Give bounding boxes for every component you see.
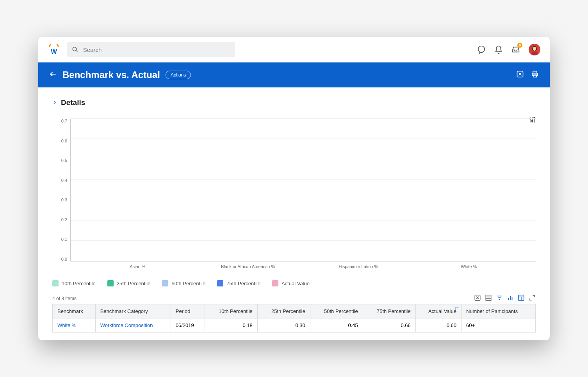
legend-swatch — [162, 280, 168, 286]
table-cell[interactable]: White % — [53, 318, 96, 333]
svg-point-5 — [533, 47, 536, 51]
topbar: W 0 — [38, 37, 550, 62]
table-cell: 0.30 — [257, 318, 310, 333]
table-expand-icon[interactable] — [529, 294, 536, 302]
y-tick-label: 0.3 — [52, 197, 67, 202]
table-cell: 60+ — [461, 318, 535, 333]
avatar[interactable] — [529, 44, 540, 55]
chart-category-label: Black or African American % — [221, 264, 275, 269]
page-title: Benchmark vs. Actual — [62, 69, 160, 80]
chart-y-axis: 0.00.10.20.30.40.50.60.7 — [52, 119, 70, 271]
table-grid-icon[interactable] — [485, 294, 492, 302]
table-filter-icon[interactable] — [496, 294, 503, 302]
chart-category-label: Hispanic or Latino % — [339, 264, 378, 269]
legend-item[interactable]: 10th Percentile — [52, 280, 96, 286]
inbox-badge: 0 — [517, 43, 522, 48]
legend-label: 75th Percentile — [226, 281, 260, 286]
y-tick-label: 0.6 — [52, 139, 67, 143]
chevron-right-icon — [52, 99, 57, 106]
chart-legend: 10th Percentile25th Percentile50th Perce… — [52, 276, 536, 293]
bell-icon[interactable] — [494, 45, 503, 54]
export-excel-icon[interactable] — [516, 70, 524, 80]
svg-rect-19 — [486, 295, 491, 301]
content-area: Details 0.00.10.20.30.40.50.60.7 Asian %… — [38, 87, 550, 340]
table-header-cell[interactable]: Period — [171, 304, 205, 318]
svg-rect-6 — [531, 52, 538, 55]
table-row: White %Workforce Composition06/20190.180… — [53, 318, 536, 333]
chart-category-label: White % — [461, 264, 477, 269]
table-header-cell[interactable]: Benchmark — [53, 304, 96, 318]
y-tick-label: 0.1 — [52, 237, 67, 242]
table-cell: 06/2019 — [171, 318, 205, 333]
table-header-cell[interactable]: Actual Value↓≡ — [415, 304, 461, 318]
legend-item[interactable]: Actual Value — [272, 280, 310, 286]
app-window: W 0 Benchmark vs. — [38, 37, 550, 340]
legend-label: 50th Percentile — [171, 281, 205, 286]
table-header-cell[interactable]: Benchmark Category — [95, 304, 171, 318]
legend-swatch — [272, 280, 278, 286]
svg-point-3 — [478, 46, 485, 52]
table-columns-icon[interactable] — [518, 294, 525, 302]
back-arrow-icon[interactable] — [49, 70, 57, 80]
legend-swatch — [52, 280, 59, 286]
search-input[interactable] — [82, 46, 230, 53]
table-header-cell[interactable]: 50th Percentile — [310, 304, 363, 318]
y-tick-label: 0.5 — [52, 158, 67, 163]
details-heading: Details — [61, 98, 85, 107]
chart: 0.00.10.20.30.40.50.60.7 Asian %Black or… — [52, 119, 536, 293]
legend-label: 25th Percentile — [117, 281, 151, 286]
legend-swatch — [107, 280, 114, 286]
workday-logo[interactable]: W — [48, 43, 60, 56]
table-header-cell[interactable]: Number of Participants — [461, 304, 535, 318]
table-cell: 0.66 — [363, 318, 415, 333]
search-icon — [72, 46, 78, 53]
y-tick-label: 0.7 — [52, 119, 67, 123]
svg-point-1 — [73, 47, 77, 51]
y-tick-label: 0.0 — [52, 257, 67, 261]
table-cell[interactable]: Workforce Composition — [95, 318, 171, 333]
inbox-icon[interactable]: 0 — [511, 45, 520, 54]
legend-item[interactable]: 25th Percentile — [107, 280, 151, 286]
y-tick-label: 0.2 — [52, 217, 67, 222]
page-header-bar: Benchmark vs. Actual Actions — [38, 62, 550, 87]
search-box[interactable] — [67, 42, 235, 57]
chat-icon[interactable] — [477, 45, 486, 54]
legend-swatch — [217, 280, 223, 286]
details-header[interactable]: Details — [52, 98, 536, 107]
svg-line-2 — [76, 50, 77, 52]
table-cell: 0.18 — [205, 318, 257, 333]
data-table: BenchmarkBenchmark CategoryPeriod10th Pe… — [52, 304, 536, 333]
topbar-icons: 0 — [477, 44, 540, 55]
table-header-cell[interactable]: 25th Percentile — [257, 304, 310, 318]
actions-button[interactable]: Actions — [166, 71, 191, 79]
legend-item[interactable]: 50th Percentile — [162, 280, 205, 286]
svg-text:W: W — [51, 48, 57, 55]
legend-label: Actual Value — [282, 281, 310, 286]
table-toolbar: 4 of 8 items — [52, 293, 536, 304]
chart-plot: Asian %Black or African American %Hispan… — [70, 119, 536, 261]
y-tick-label: 0.4 — [52, 178, 67, 183]
table-cell: 0.45 — [310, 318, 363, 333]
table-cell: 0.60 — [415, 318, 461, 333]
table-count-text: 4 of 8 items — [52, 296, 77, 301]
sort-indicator-icon: ↓≡ — [454, 306, 459, 310]
legend-label: 10th Percentile — [62, 281, 96, 286]
chart-category-label: Asian % — [130, 264, 145, 269]
table-export-excel-icon[interactable] — [474, 294, 481, 302]
table-header-cell[interactable]: 10th Percentile — [205, 304, 257, 318]
table-header-cell[interactable]: 75th Percentile — [363, 304, 415, 318]
legend-item[interactable]: 75th Percentile — [217, 280, 260, 286]
print-icon[interactable] — [531, 70, 539, 80]
table-chart-icon[interactable] — [507, 294, 514, 302]
